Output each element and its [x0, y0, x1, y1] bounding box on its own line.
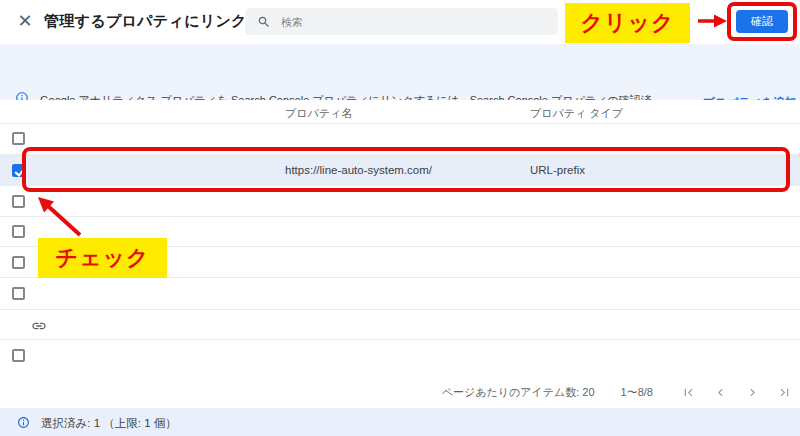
- close-icon[interactable]: ✕: [14, 10, 36, 32]
- table-row-selected[interactable]: https://line-auto-system.com/ URL-prefix: [0, 155, 800, 186]
- click-annotation-label: クリック: [565, 3, 690, 43]
- search-input[interactable]: [281, 16, 521, 28]
- table-row[interactable]: [0, 124, 800, 155]
- property-type-cell: URL-prefix: [530, 164, 585, 176]
- check-annotation-label: チェック: [38, 238, 167, 278]
- next-page-icon[interactable]: [741, 381, 763, 403]
- row-checkbox[interactable]: [12, 132, 25, 145]
- row-checkbox[interactable]: [12, 349, 25, 362]
- row-checkbox[interactable]: [12, 256, 25, 269]
- property-name-cell: https://line-auto-system.com/: [285, 164, 432, 176]
- row-checkbox-checked[interactable]: [12, 164, 25, 177]
- table-row[interactable]: [0, 186, 800, 217]
- pagination: ページあたりのアイテム数: 20 1〜8/8: [0, 381, 795, 403]
- first-page-icon[interactable]: [677, 381, 699, 403]
- items-per-page-label: ページあたりのアイテム数: 20: [442, 385, 595, 400]
- table-row[interactable]: [0, 278, 800, 310]
- table-row-linked[interactable]: [0, 310, 800, 340]
- search-box[interactable]: [245, 8, 558, 35]
- table-header-row: プロパティ名 プロパティ タイプ: [0, 100, 800, 124]
- info-icon: [17, 415, 30, 428]
- table-row[interactable]: [0, 340, 800, 372]
- page-title: 管理するプロパティにリンク: [44, 12, 247, 31]
- search-icon: [257, 15, 271, 29]
- page-range-label: 1〜8/8: [621, 385, 653, 400]
- link-icon: [31, 318, 47, 334]
- selected-count-text: 選択済み: 1 （上限: 1 個）: [41, 416, 177, 431]
- row-checkbox[interactable]: [12, 225, 25, 238]
- link-property-dialog: ✕ 管理するプロパティにリンク 確認 クリック Google アナリティクス プ…: [0, 0, 800, 436]
- info-banner: Google アナリティクス プロパティを Search Console プロパ…: [0, 44, 800, 100]
- prev-page-icon[interactable]: [709, 381, 731, 403]
- row-checkbox[interactable]: [12, 287, 25, 300]
- column-header-property-name: プロパティ名: [285, 106, 352, 121]
- selection-status-bar: 選択済み: 1 （上限: 1 個）: [0, 408, 800, 436]
- confirm-button[interactable]: 確認: [736, 10, 788, 33]
- last-page-icon[interactable]: [773, 381, 795, 403]
- row-checkbox[interactable]: [12, 195, 25, 208]
- column-header-property-type: プロパティ タイプ: [530, 106, 623, 121]
- confirm-button-red-outline: 確認: [727, 2, 797, 41]
